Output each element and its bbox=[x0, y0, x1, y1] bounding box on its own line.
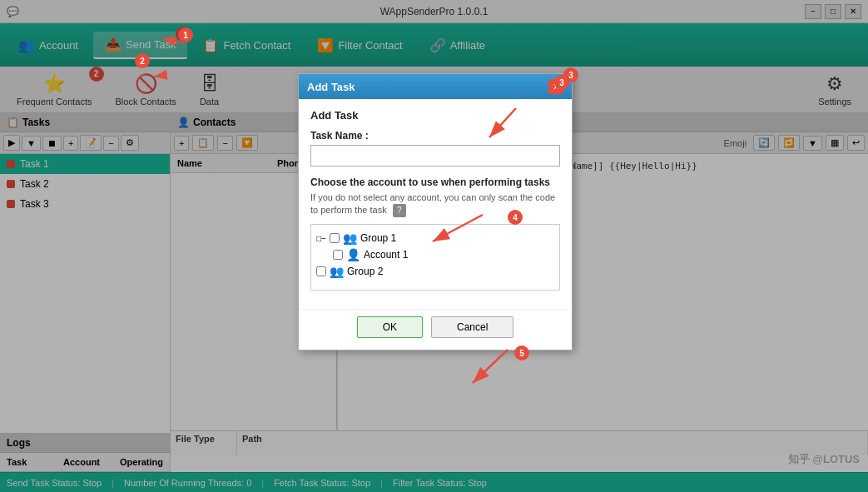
group-1-label: Group 1 bbox=[360, 232, 396, 244]
task-name-label: Task Name : bbox=[310, 130, 560, 142]
add-task-modal: Add Task ✕ Add Task Task Name : Choose t… bbox=[298, 73, 573, 350]
account-tree: □− 👥 Group 1 👤 Account 1 👥 bbox=[310, 224, 560, 291]
account-1-label: Account 1 bbox=[364, 249, 408, 261]
cancel-button[interactable]: Cancel bbox=[431, 316, 513, 338]
modal-body: Add Task Task Name : Choose the account … bbox=[299, 99, 572, 309]
account-1-item[interactable]: 👤 Account 1 bbox=[333, 246, 554, 263]
group-2-icon: 👥 bbox=[330, 265, 344, 278]
account-section-label: Choose the account to use when performin… bbox=[310, 176, 560, 188]
group-2-label: Group 2 bbox=[347, 266, 383, 277]
badge-3-container: 3 bbox=[554, 75, 569, 90]
group-1-item[interactable]: □− 👥 Group 1 bbox=[316, 230, 554, 246]
badge-3-display: 3 bbox=[554, 75, 569, 90]
group-1-icon: 👥 bbox=[343, 231, 357, 245]
account-1-icon: 👤 bbox=[346, 248, 360, 261]
badge-4-display: 4 bbox=[508, 210, 523, 225]
account-section-hint: If you do not select any account, you ca… bbox=[310, 191, 560, 217]
group-1-expand-icon: □− bbox=[316, 234, 326, 243]
group-2-item[interactable]: 👥 Group 2 bbox=[316, 263, 554, 280]
account-1-checkbox[interactable] bbox=[333, 250, 343, 260]
help-icon: ? bbox=[393, 204, 406, 217]
badge-1-container: 1 bbox=[178, 27, 193, 42]
account-section: Choose the account to use when performin… bbox=[310, 176, 560, 291]
modal-subtitle: Add Task bbox=[310, 109, 560, 122]
group-2-checkbox[interactable] bbox=[316, 266, 326, 276]
badge-1-display: 1 bbox=[178, 27, 193, 42]
badge-5-display: 5 bbox=[514, 345, 529, 360]
modal-overlay: Add Task ✕ Add Task Task Name : Choose t… bbox=[0, 0, 868, 492]
modal-footer: OK Cancel bbox=[299, 309, 572, 350]
ok-button[interactable]: OK bbox=[357, 316, 423, 338]
task-name-group: Task Name : bbox=[310, 130, 560, 166]
group-1-checkbox[interactable] bbox=[330, 233, 340, 243]
badge-2-display: 2 bbox=[135, 53, 150, 68]
modal-title: Add Task bbox=[307, 81, 355, 93]
task-name-input[interactable] bbox=[310, 145, 560, 166]
badge-5-container: 5 bbox=[514, 345, 529, 360]
badge-4-container: 4 bbox=[508, 210, 523, 225]
badge-2-container: 2 bbox=[135, 53, 150, 68]
modal-title-bar: Add Task ✕ bbox=[299, 74, 572, 99]
